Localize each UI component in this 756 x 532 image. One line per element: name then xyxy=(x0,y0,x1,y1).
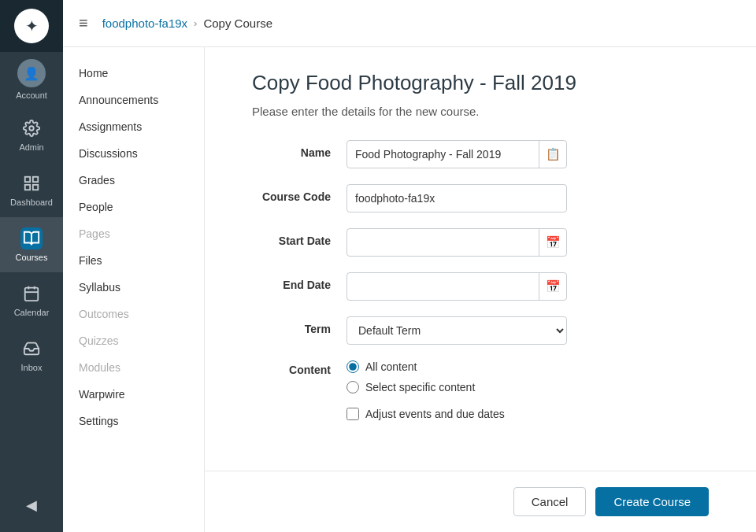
name-input[interactable] xyxy=(346,140,567,168)
form-title: Copy Food Photography - Fall 2019 xyxy=(252,71,709,95)
content-label: Content xyxy=(252,360,346,376)
content-specific-radio[interactable] xyxy=(346,381,359,393)
course-code-input[interactable] xyxy=(346,184,567,212)
name-suggest-button[interactable]: 📋 xyxy=(539,140,567,168)
svg-rect-2 xyxy=(33,177,38,182)
term-label: Term xyxy=(252,316,346,335)
sidebar-item-settings[interactable]: Settings xyxy=(63,408,204,434)
breadcrumb-link[interactable]: foodphoto-fa19x xyxy=(102,17,187,30)
name-control: 📋 xyxy=(346,140,567,168)
svg-rect-4 xyxy=(33,185,38,190)
sidebar-item-people[interactable]: People xyxy=(63,194,204,220)
sidebar-item-announcements[interactable]: Announcements xyxy=(63,87,204,113)
nav-item-inbox-label: Inbox xyxy=(21,363,43,372)
content-area: Home Announcements Assignments Discussio… xyxy=(63,47,756,532)
start-date-control: 📅 xyxy=(346,228,567,257)
sidebar-item-inbox[interactable]: Inbox xyxy=(0,327,63,382)
nav-rail: ✦ 👤 Account Admin Dashboard Courses xyxy=(0,0,63,532)
sidebar-item-outcomes: Outcomes xyxy=(63,301,204,327)
start-date-calendar-button[interactable]: 📅 xyxy=(539,228,567,257)
admin-icon xyxy=(20,117,43,139)
svg-point-0 xyxy=(29,126,34,131)
start-date-input[interactable] xyxy=(346,228,567,257)
sidebar-item-grades[interactable]: Grades xyxy=(63,167,204,194)
course-code-row: Course Code xyxy=(252,184,709,212)
term-select[interactable]: Default Term xyxy=(346,316,567,345)
cancel-button[interactable]: Cancel xyxy=(513,487,587,516)
course-code-control xyxy=(346,184,567,212)
sidebar-item-warpwire[interactable]: Warpwire xyxy=(63,381,204,408)
sidebar-item-assignments[interactable]: Assignments xyxy=(63,113,204,140)
nav-item-account-label: Account xyxy=(16,91,47,100)
name-input-wrap: 📋 xyxy=(346,140,567,168)
nav-logo[interactable]: ✦ xyxy=(0,0,63,52)
content-row: Content All content Select specific cont… xyxy=(252,360,709,420)
end-date-input[interactable] xyxy=(346,272,567,301)
content-all-radio[interactable] xyxy=(346,360,359,373)
sidebar-item-pages: Pages xyxy=(63,220,204,247)
nav-item-calendar-label: Calendar xyxy=(14,308,50,317)
course-code-label: Course Code xyxy=(252,184,346,203)
account-avatar-icon: 👤 xyxy=(17,59,46,87)
end-date-control: 📅 xyxy=(346,272,567,301)
adjust-dates-label: Adjust events and due dates xyxy=(365,408,505,420)
svg-rect-1 xyxy=(25,177,30,182)
content-all-option[interactable]: All content xyxy=(346,360,505,373)
end-date-row: End Date 📅 xyxy=(252,272,709,301)
sidebar-item-dashboard[interactable]: Dashboard xyxy=(0,162,63,217)
sidebar-item-account[interactable]: 👤 Account xyxy=(0,52,63,107)
main-area: ≡ foodphoto-fa19x › Copy Course Home Ann… xyxy=(63,0,756,532)
adjust-dates-option[interactable]: Adjust events and due dates xyxy=(346,408,505,420)
adjust-dates-checkbox[interactable] xyxy=(346,408,359,420)
sidebar-item-quizzes: Quizzes xyxy=(63,327,204,354)
end-date-calendar-button[interactable]: 📅 xyxy=(539,272,567,301)
nav-item-dashboard-label: Dashboard xyxy=(10,198,53,207)
content-specific-option[interactable]: Select specific content xyxy=(346,381,505,393)
sidebar-item-calendar[interactable]: Calendar xyxy=(0,272,63,327)
sidebar-item-modules: Modules xyxy=(63,354,204,381)
svg-rect-5 xyxy=(25,288,39,301)
copy-course-form: Copy Food Photography - Fall 2019 Please… xyxy=(205,47,756,471)
nav-item-admin-label: Admin xyxy=(19,142,43,152)
svg-rect-3 xyxy=(25,185,30,190)
topbar: ≡ foodphoto-fa19x › Copy Course xyxy=(63,0,756,47)
content-all-label: All content xyxy=(365,360,417,373)
inbox-icon xyxy=(20,338,43,360)
term-control: Default Term xyxy=(346,316,567,345)
sidebar-item-files[interactable]: Files xyxy=(63,247,204,274)
collapse-icon: ◀ xyxy=(26,497,37,514)
start-date-row: Start Date 📅 xyxy=(252,228,709,257)
nav-item-courses-label: Courses xyxy=(16,253,48,262)
button-row: Cancel Create Course xyxy=(205,471,756,532)
sidebar-item-discussions[interactable]: Discussions xyxy=(63,140,204,167)
content-specific-label: Select specific content xyxy=(365,381,475,393)
calendar-icon xyxy=(20,283,43,305)
breadcrumb-current: Copy Course xyxy=(203,17,272,30)
name-row: Name 📋 xyxy=(252,140,709,168)
breadcrumb-separator: › xyxy=(194,17,197,29)
sidebar-item-home[interactable]: Home xyxy=(63,60,204,87)
name-label: Name xyxy=(252,140,346,159)
suggest-icon: 📋 xyxy=(546,147,561,161)
create-course-button[interactable]: Create Course xyxy=(595,487,709,516)
sidebar-item-syllabus[interactable]: Syllabus xyxy=(63,274,204,301)
dashboard-icon xyxy=(20,172,43,194)
course-sidebar: Home Announcements Assignments Discussio… xyxy=(63,47,205,532)
menu-icon[interactable]: ≡ xyxy=(79,14,88,32)
end-calendar-picker-icon: 📅 xyxy=(546,279,561,294)
courses-icon xyxy=(20,227,43,249)
form-subtitle: Please enter the details for the new cou… xyxy=(252,105,709,118)
end-date-input-wrap: 📅 xyxy=(346,272,567,301)
nav-collapse-button[interactable]: ◀ xyxy=(0,488,63,523)
sidebar-item-courses[interactable]: Courses xyxy=(0,217,63,272)
app-logo-icon: ✦ xyxy=(14,9,49,43)
sidebar-item-admin[interactable]: Admin xyxy=(0,107,63,162)
end-date-label: End Date xyxy=(252,272,346,291)
start-date-label: Start Date xyxy=(252,228,346,247)
calendar-picker-icon: 📅 xyxy=(546,235,561,249)
breadcrumb: foodphoto-fa19x › Copy Course xyxy=(102,17,272,30)
start-date-input-wrap: 📅 xyxy=(346,228,567,257)
content-options: All content Select specific content Adju… xyxy=(346,360,505,420)
term-row: Term Default Term xyxy=(252,316,709,345)
